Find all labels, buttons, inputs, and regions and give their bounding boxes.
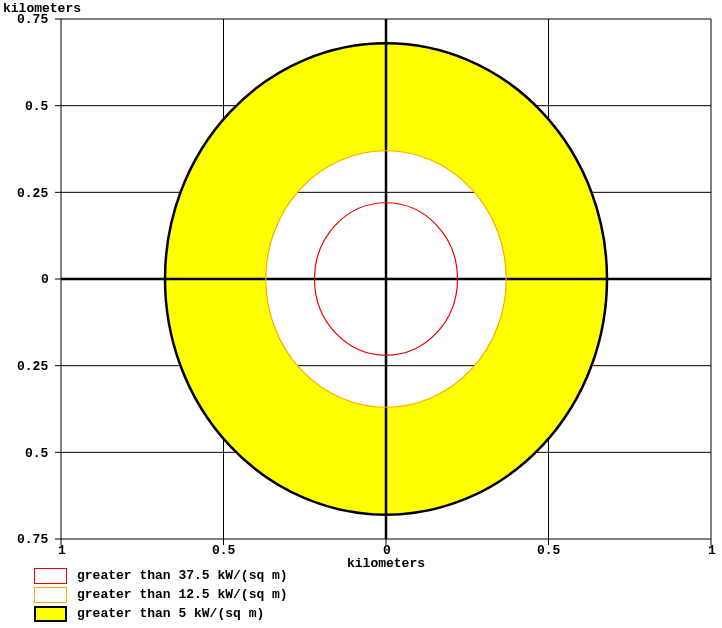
legend-swatch-red [34, 568, 67, 584]
x-tick-0: 1 [58, 543, 66, 558]
legend-label-yellow: greater than 5 kW/(sq m) [77, 604, 264, 623]
legend: greater than 37.5 kW/(sq m) greater than… [34, 566, 288, 623]
chart-container: kilometers [0, 0, 722, 628]
y-tick-2: 0.25 [17, 186, 48, 201]
x-tick-1: 0.5 [212, 543, 235, 558]
plot-area [61, 19, 711, 539]
plot-svg [61, 19, 711, 539]
y-tick-1: 0.5 [25, 99, 48, 114]
legend-item-red: greater than 37.5 kW/(sq m) [34, 566, 288, 585]
y-tick-3: 0 [41, 272, 49, 287]
legend-label-orange: greater than 12.5 kW/(sq m) [77, 585, 288, 604]
legend-swatch-yellow [34, 606, 67, 622]
legend-swatch-orange [34, 587, 67, 603]
x-tick-3: 0.5 [537, 543, 560, 558]
y-tick-0: 0.75 [17, 12, 48, 27]
x-axis-label: kilometers [347, 556, 425, 571]
y-tick-4: 0.25 [17, 359, 48, 374]
y-tick-6: 0.75 [17, 532, 48, 547]
y-tick-5: 0.5 [25, 446, 48, 461]
x-tick-4: 1 [708, 543, 716, 558]
legend-label-red: greater than 37.5 kW/(sq m) [77, 566, 288, 585]
legend-item-yellow: greater than 5 kW/(sq m) [34, 604, 288, 623]
legend-item-orange: greater than 12.5 kW/(sq m) [34, 585, 288, 604]
crosshair-axes [61, 19, 711, 539]
